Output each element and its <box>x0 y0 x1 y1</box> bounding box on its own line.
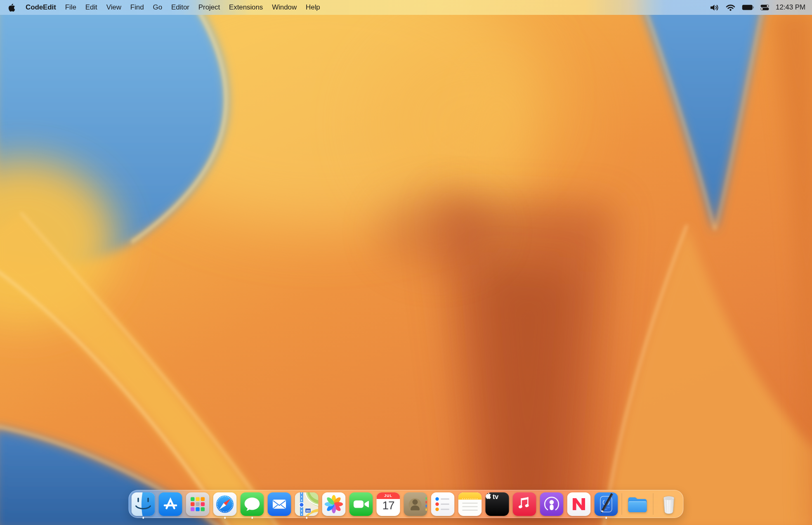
menu-go[interactable]: Go <box>149 3 167 12</box>
dock-item-launchpad[interactable] <box>186 492 210 516</box>
battery-icon[interactable] <box>742 5 754 10</box>
notes-icon <box>458 492 482 516</box>
menu-help[interactable]: Help <box>301 3 325 12</box>
menu-bar: CodeEdit File Edit View Find Go Editor P… <box>0 0 812 15</box>
folder-icon <box>626 492 649 516</box>
menu-edit[interactable]: Edit <box>81 3 102 12</box>
dock-item-messages[interactable] <box>241 492 264 516</box>
menu-window[interactable]: Window <box>267 3 301 12</box>
running-indicator <box>251 517 253 519</box>
dock-item-news[interactable] <box>567 492 591 516</box>
dock-item-music[interactable] <box>513 492 536 516</box>
dock-item-maps[interactable]: 280 <box>295 492 319 516</box>
clock[interactable]: 12:43 PM <box>776 3 805 12</box>
menu-view[interactable]: View <box>102 3 126 12</box>
mail-icon <box>268 492 291 516</box>
apple-logo-small-icon <box>486 492 491 499</box>
desktop: CodeEdit File Edit View Find Go Editor P… <box>0 0 812 525</box>
running-indicator <box>142 517 144 519</box>
dock-separator <box>622 493 622 515</box>
running-indicator <box>605 517 607 519</box>
desktop-wallpaper <box>0 0 812 525</box>
messages-icon <box>241 492 264 516</box>
volume-icon[interactable] <box>710 4 719 11</box>
tv-icon: tv <box>486 492 509 516</box>
apple-logo-icon[interactable] <box>8 4 15 12</box>
dock-item-safari[interactable] <box>213 492 237 516</box>
codeedit-icon <box>595 492 618 516</box>
dock-item-podcasts[interactable] <box>540 492 564 516</box>
tv-label: tv <box>493 493 498 500</box>
running-indicator <box>224 517 226 519</box>
dock-item-finder[interactable] <box>132 492 155 516</box>
trash-icon <box>657 492 681 516</box>
music-icon <box>513 492 536 516</box>
launchpad-icon <box>186 492 210 516</box>
dock-item-reminders[interactable] <box>431 492 455 516</box>
dock-item-downloads-folder[interactable] <box>626 492 649 516</box>
photos-icon <box>322 492 346 516</box>
finder-icon <box>132 492 155 516</box>
calendar-day: 17 <box>377 499 400 512</box>
dock-item-facetime[interactable] <box>349 492 373 516</box>
safari-icon <box>213 492 237 516</box>
running-indicator <box>306 517 308 519</box>
menu-file[interactable]: File <box>61 3 81 12</box>
news-icon <box>567 492 591 516</box>
facetime-icon <box>349 492 373 516</box>
menu-app-name[interactable]: CodeEdit <box>21 3 61 12</box>
dock-item-codeedit[interactable] <box>595 492 618 516</box>
menu-find[interactable]: Find <box>126 3 149 12</box>
reminders-icon <box>431 492 455 516</box>
menu-bar-left: CodeEdit File Edit View Find Go Editor P… <box>8 3 325 12</box>
calendar-month: JUL <box>377 492 400 499</box>
podcasts-icon <box>540 492 564 516</box>
dock-item-mail[interactable] <box>268 492 291 516</box>
dock-item-app-store[interactable] <box>159 492 182 516</box>
menu-editor[interactable]: Editor <box>167 3 194 12</box>
calendar-icon: JUL 17 <box>377 492 400 516</box>
dock-item-notes[interactable] <box>458 492 482 516</box>
dock-item-tv[interactable]: tv <box>486 492 509 516</box>
wifi-icon[interactable] <box>726 4 735 11</box>
contacts-icon <box>404 492 427 516</box>
menu-extensions[interactable]: Extensions <box>224 3 267 12</box>
dock-item-trash[interactable] <box>657 492 681 516</box>
svg-text:280: 280 <box>306 509 310 512</box>
maps-icon: 280 <box>295 492 319 516</box>
dock-item-calendar[interactable]: JUL 17 <box>377 492 400 516</box>
menu-bar-status: 12:43 PM <box>710 3 805 12</box>
dock-item-contacts[interactable] <box>404 492 427 516</box>
control-center-icon[interactable] <box>760 5 769 10</box>
menu-project[interactable]: Project <box>194 3 224 12</box>
dock: 280 <box>129 490 684 518</box>
dock-item-photos[interactable] <box>322 492 346 516</box>
app-store-icon <box>159 492 182 516</box>
dock-separator <box>653 493 654 515</box>
